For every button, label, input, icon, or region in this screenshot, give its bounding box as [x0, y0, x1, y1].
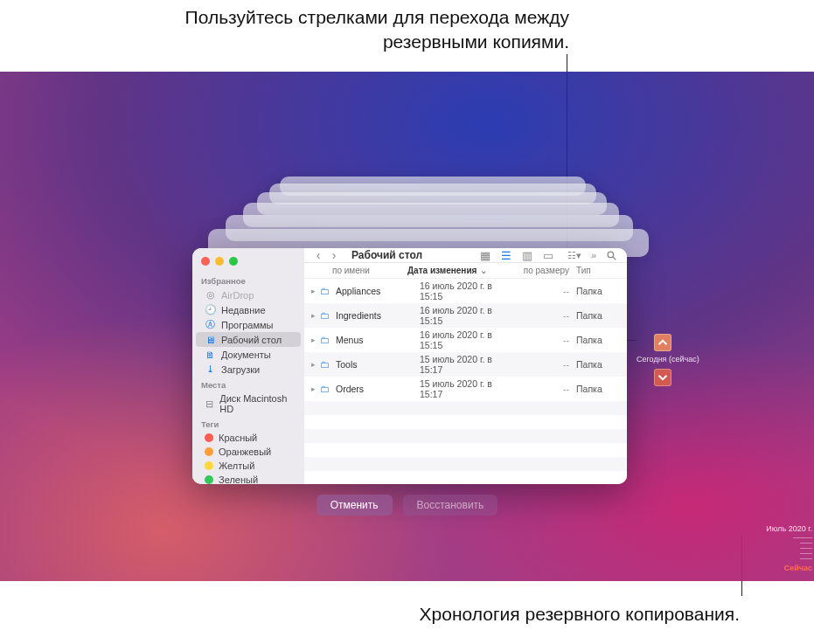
timeline-month-label: Июль 2020 г. [742, 524, 812, 533]
view-columns-icon[interactable]: ▥ [520, 249, 534, 262]
file-kind: Папка [576, 335, 620, 345]
svg-line-1 [613, 257, 616, 260]
expand-icon[interactable]: ▸ [311, 311, 320, 320]
file-name: Ingredients [336, 310, 420, 321]
timeline-tick [800, 548, 812, 549]
documents-icon: 🗎 [205, 349, 216, 360]
nav-older-button[interactable] [654, 334, 671, 351]
file-name: Tools [336, 359, 420, 370]
file-size: -- [515, 384, 576, 394]
expand-icon[interactable]: ▸ [311, 287, 320, 295]
file-row[interactable]: ▸ 🗀 Orders 15 июль 2020 г. в 15:17 -- Па… [304, 377, 627, 401]
forward-button[interactable]: › [327, 248, 341, 262]
back-button[interactable]: ‹ [311, 248, 325, 262]
zoom-icon[interactable] [229, 257, 238, 266]
sidebar-tag-red[interactable]: Красный [196, 431, 301, 445]
view-switcher: ▦ ☰ ▥ ▭ [478, 249, 555, 262]
sidebar-item-label: AirDrop [221, 290, 254, 301]
time-machine-desktop: Избранное ◎ AirDrop 🕘 Недавние Ⓐ Програм… [0, 72, 814, 581]
file-size: -- [515, 286, 576, 296]
sidebar-item-label: Недавние [221, 305, 266, 315]
restore-button[interactable]: Восстановить [403, 495, 498, 516]
close-icon[interactable] [201, 257, 210, 266]
col-date[interactable]: Дата изменения ⌄ [407, 266, 515, 275]
sidebar-item-airdrop[interactable]: ◎ AirDrop [196, 287, 301, 302]
file-size: -- [515, 310, 576, 321]
file-row-empty [304, 471, 627, 484]
group-menu-icon[interactable]: ☷▾ [567, 250, 581, 261]
sidebar-item-label: Документы [221, 350, 271, 360]
search-icon[interactable] [606, 250, 620, 261]
folder-icon: 🗀 [320, 286, 332, 296]
sidebar-item-documents[interactable]: 🗎 Документы [196, 347, 301, 362]
sidebar-tag-green[interactable]: Зеленый [196, 473, 301, 484]
desktop-icon: 🖥 [205, 334, 216, 345]
sidebar-item-label: Красный [219, 433, 257, 443]
finder-sidebar: Избранное ◎ AirDrop 🕘 Недавние Ⓐ Програм… [192, 248, 304, 484]
airdrop-icon: ◎ [205, 289, 216, 301]
folder-icon: 🗀 [320, 310, 332, 321]
sidebar-section-locations: Места [192, 377, 304, 391]
view-gallery-icon[interactable]: ▭ [541, 249, 555, 262]
folder-icon: 🗀 [320, 384, 332, 394]
sidebar-item-label: Зеленый [219, 474, 258, 484]
callout-arrows: Пользуйтесь стрелками для перехода между… [175, 5, 569, 55]
sidebar-item-apps[interactable]: Ⓐ Программы [196, 317, 301, 332]
sort-indicator-icon: ⌄ [480, 266, 487, 275]
chevron-up-icon [655, 335, 671, 350]
nav-newer-button[interactable] [654, 369, 671, 386]
file-name: Appliances [336, 286, 420, 296]
more-icon[interactable]: » [587, 250, 601, 260]
expand-icon[interactable]: ▸ [311, 336, 320, 344]
view-icons-icon[interactable]: ▦ [478, 249, 492, 262]
file-row-empty [304, 429, 627, 443]
file-row[interactable]: ▸ 🗀 Appliances 16 июль 2020 г. в 15:15 -… [304, 279, 627, 303]
view-list-icon[interactable]: ☰ [499, 249, 513, 262]
sidebar-item-downloads[interactable]: ⤓ Загрузки [196, 362, 301, 377]
sidebar-item-recents[interactable]: 🕘 Недавние [196, 302, 301, 317]
file-kind: Папка [576, 310, 620, 321]
file-date: 15 июль 2020 г. в 15:17 [420, 354, 515, 375]
timeline-tick [800, 543, 812, 544]
folder-icon: 🗀 [320, 359, 332, 370]
tag-dot-icon [205, 447, 213, 456]
sidebar-item-desktop[interactable]: 🖥 Рабочий стол [196, 332, 301, 347]
expand-icon[interactable]: ▸ [311, 384, 320, 393]
folder-icon: 🗀 [320, 335, 332, 345]
file-row[interactable]: ▸ 🗀 Ingredients 16 июль 2020 г. в 15:15 … [304, 303, 627, 328]
nav-buttons: ‹ › [311, 248, 341, 262]
file-name: Orders [336, 384, 420, 394]
file-row[interactable]: ▸ 🗀 Tools 15 июль 2020 г. в 15:17 -- Пап… [304, 352, 627, 377]
minimize-icon[interactable] [215, 257, 224, 266]
sidebar-tag-orange[interactable]: Оранжевый [196, 445, 301, 459]
chevron-down-icon [655, 370, 671, 385]
col-date-label: Дата изменения [407, 266, 477, 275]
window-controls [192, 253, 304, 273]
file-list: ▸ 🗀 Appliances 16 июль 2020 г. в 15:15 -… [304, 279, 627, 484]
sidebar-item-label: Желтый [219, 460, 254, 471]
cancel-button[interactable]: Отменить [317, 495, 393, 516]
sidebar-item-label: Диск Macintosh HD [219, 393, 292, 414]
backup-timeline[interactable]: Июль 2020 г. Сейчас [742, 524, 812, 574]
finder-window: Избранное ◎ AirDrop 🕘 Недавние Ⓐ Програм… [192, 248, 627, 484]
file-size: -- [515, 335, 576, 345]
disk-icon: ⊟ [205, 398, 214, 410]
sidebar-item-label: Оранжевый [219, 447, 271, 457]
expand-icon[interactable]: ▸ [311, 360, 320, 369]
file-row-empty [304, 443, 627, 457]
sidebar-tag-yellow[interactable]: Желтый [196, 459, 301, 473]
backup-nav: Сегодня (сейчас) [637, 334, 689, 390]
action-bar: Отменить Восстановить [0, 495, 814, 516]
col-name[interactable]: по имени [311, 266, 407, 275]
sidebar-section-tags: Теги [192, 416, 304, 431]
svg-point-0 [608, 252, 614, 258]
file-date: 16 июль 2020 г. в 15:15 [420, 305, 515, 326]
tag-dot-icon [205, 433, 213, 442]
file-row-empty [304, 457, 627, 471]
recents-icon: 🕘 [205, 304, 216, 315]
finder-toolbar: ‹ › Рабочий стол ▦ ☰ ▥ ▭ ☷▾ » [304, 248, 627, 263]
file-row[interactable]: ▸ 🗀 Menus 16 июль 2020 г. в 15:15 -- Пап… [304, 328, 627, 352]
col-size[interactable]: по размеру [515, 266, 576, 275]
col-kind[interactable]: Тип [576, 266, 620, 275]
sidebar-item-disk[interactable]: ⊟ Диск Macintosh HD [196, 391, 301, 416]
